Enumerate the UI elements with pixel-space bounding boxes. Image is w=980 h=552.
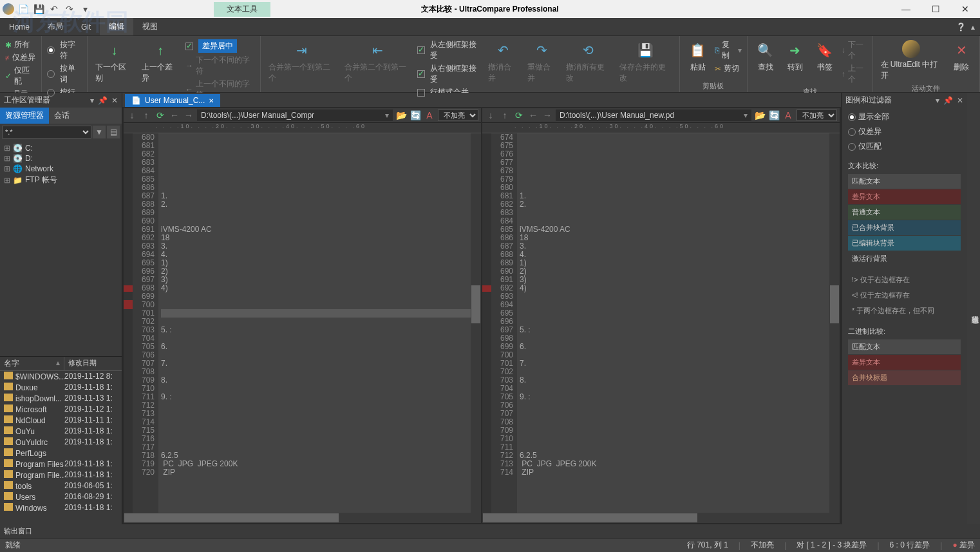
tab-git[interactable]: Git <box>72 18 100 35</box>
goto-button[interactable]: ➜转到 <box>782 39 808 74</box>
accept-right[interactable]: 从右侧框架接受 <box>417 62 482 86</box>
document-tab[interactable]: 📄 User Manual_C... ✕ <box>125 94 220 107</box>
open-in-ultraedit[interactable]: 在 UltraEdit 中打开 <box>878 39 945 82</box>
tree-network[interactable]: ⊞🌐Network <box>4 164 118 174</box>
nav-back-icon[interactable]: ← <box>169 109 180 121</box>
right-sidebar[interactable]: 编译状态栏 <box>967 93 980 524</box>
copy-button[interactable]: ⎘复制▾ <box>715 39 742 62</box>
file-row[interactable]: NdCloud2019-11-11 1: <box>0 415 122 426</box>
qat-new-icon[interactable]: 📄 <box>17 3 30 15</box>
merge-undo[interactable]: ↶撤消合并 <box>485 39 520 85</box>
col-name[interactable]: 名字 ▴ <box>0 357 64 370</box>
minimap[interactable] <box>482 133 491 513</box>
right-vscroll[interactable] <box>829 133 840 513</box>
tab-layout[interactable]: 布局 <box>39 18 72 35</box>
tab-view[interactable]: 视图 <box>133 18 167 35</box>
highlight-char[interactable]: 按字符 <box>47 39 82 62</box>
close-button[interactable]: ✕ <box>950 0 980 18</box>
legend-diff-only[interactable]: 仅差异 <box>848 126 961 137</box>
show-match-only[interactable]: ✓仅匹配 <box>5 64 36 88</box>
highlight-word[interactable]: 按单词 <box>47 62 82 86</box>
maximize-button[interactable]: ☐ <box>921 0 950 18</box>
file-row[interactable]: OuYuIdrc2019-11-18 1: <box>0 437 122 448</box>
right-code[interactable]: 1. 2. iVMS-4200 AC 18 3. 4. 1) 2) 3) 4) … <box>517 133 829 513</box>
file-row[interactable]: ishopDownl...2019-11-13 1: <box>0 393 122 404</box>
file-row[interactable]: Program Files2019-11-18 1: <box>0 459 122 470</box>
tree-d-drive[interactable]: ⊞💽D: <box>4 153 118 164</box>
nav-up-icon[interactable]: ↑ <box>140 109 152 121</box>
merge-redo[interactable]: ↷重做合并 <box>525 39 560 85</box>
dropdown-icon[interactable]: ▾ <box>90 96 94 105</box>
legend-show-all[interactable]: 显示全部 <box>848 111 961 122</box>
tool-context-tab[interactable]: 文本工具 <box>214 2 270 17</box>
legend-match-only[interactable]: 仅匹配 <box>848 141 961 152</box>
left-hscroll[interactable] <box>124 513 481 523</box>
merge-1-to-2[interactable]: ⇥合并第一个到第二个 <box>266 39 338 85</box>
find-next[interactable]: ↓下一个 <box>842 39 867 62</box>
file-row[interactable]: Users2016-08-29 1: <box>0 491 122 502</box>
nav-refresh-icon[interactable]: ⟳ <box>155 109 166 121</box>
file-row[interactable]: OuYu2019-11-18 1: <box>0 426 122 437</box>
close-panel-icon[interactable]: ✕ <box>957 96 963 105</box>
text-icon[interactable]: A <box>782 109 794 121</box>
file-row[interactable]: Duxue2019-11-18 1: <box>0 382 122 393</box>
refresh-icon[interactable]: 🔄 <box>410 109 421 121</box>
show-all[interactable]: ✱所有 <box>5 39 36 51</box>
file-row[interactable]: $WINDOWS...2019-11-12 8: <box>0 371 122 382</box>
show-diff-only[interactable]: ≠仅差异 <box>5 52 36 64</box>
tree-c-drive[interactable]: ⊞💽C: <box>4 143 118 153</box>
file-row[interactable]: tools2019-06-05 1: <box>0 481 122 491</box>
tab-resource[interactable]: 资源管理器 <box>0 108 49 124</box>
find-prev[interactable]: ↑上一个 <box>842 62 867 86</box>
bookmark-button[interactable]: 🔖书签 <box>812 39 838 74</box>
file-row[interactable]: Windows2019-11-18 1: <box>0 502 122 513</box>
cut-button[interactable]: ✂剪切 <box>715 62 742 75</box>
tab-edit[interactable]: 编辑 <box>100 18 133 35</box>
open-folder-icon[interactable]: 📂 <box>754 109 766 121</box>
left-code[interactable]: 1. 2. iVMS-4200 AC 18 3. 4. 1) 2) 3) 4) … <box>158 133 471 513</box>
file-row[interactable]: PerfLogs <box>0 448 122 459</box>
right-highlight-select[interactable]: 不加亮 <box>796 109 837 121</box>
nav-down-icon[interactable]: ↓ <box>126 109 138 121</box>
qat-undo-icon[interactable]: ↶ <box>48 3 61 15</box>
help-icon[interactable]: ❔ <box>956 23 966 32</box>
open-folder-icon[interactable]: 📂 <box>395 109 407 121</box>
left-highlight-select[interactable]: 不加亮 <box>438 109 478 121</box>
prev-diff-block[interactable]: ↓下一个区别 <box>93 39 135 85</box>
minimap[interactable] <box>124 133 133 513</box>
dropdown-icon[interactable]: ▾ <box>936 96 939 105</box>
merge-undo-all[interactable]: ⟲撤消所有更改 <box>563 39 613 85</box>
refresh-icon[interactable]: 🔄 <box>768 109 780 121</box>
right-path[interactable]: D:\tools\(...)\User Manual_new.pd▾ <box>556 109 751 121</box>
left-path[interactable]: D:\tools\(...)\User Manual_Compr▾ <box>197 109 393 121</box>
accept-left[interactable]: 从左侧框架接受 <box>417 39 482 62</box>
paste-button[interactable]: 📋粘贴 <box>685 39 711 74</box>
right-hscroll[interactable] <box>482 513 840 523</box>
pin-icon[interactable]: 📌 <box>943 96 953 105</box>
file-row[interactable]: Program File...2019-11-18 1: <box>0 470 122 481</box>
nav-up-icon[interactable]: ↑ <box>499 109 511 121</box>
filter-icon[interactable]: ▼ <box>93 126 106 138</box>
tab-session[interactable]: 会话 <box>49 108 75 124</box>
tree-ftp[interactable]: ⊞📁FTP 帐号 <box>4 174 118 186</box>
nav-fwd-icon[interactable]: → <box>183 109 194 121</box>
close-tab-icon[interactable]: ✕ <box>209 97 214 104</box>
pin-icon[interactable]: 📌 <box>98 96 108 105</box>
nav-fwd-icon[interactable]: → <box>542 109 553 121</box>
list-view-icon[interactable]: ▤ <box>107 126 120 138</box>
nav-down-icon[interactable]: ↓ <box>485 109 496 121</box>
collapse-ribbon-icon[interactable]: ▴ <box>971 23 975 32</box>
next-diff-char[interactable]: →下一个不同的字符 <box>185 54 255 77</box>
delete-file[interactable]: ✕删除 <box>948 39 974 74</box>
nav-back-icon[interactable]: ← <box>527 109 539 121</box>
close-panel-icon[interactable]: ✕ <box>111 96 118 105</box>
tab-home[interactable]: Home <box>0 18 39 35</box>
find-button[interactable]: 🔍查找 <box>753 39 778 74</box>
nav-refresh-icon[interactable]: ⟳ <box>513 109 525 121</box>
qat-redo-icon[interactable]: ↷ <box>63 3 76 15</box>
file-filter[interactable]: *.* <box>2 126 91 138</box>
left-vscroll[interactable] <box>471 133 481 513</box>
merge-2-to-1[interactable]: ⇤合并第二个到第一个 <box>342 39 414 85</box>
qat-save-icon[interactable]: 💾 <box>32 3 45 15</box>
merge-save[interactable]: 💾保存合并的更改 <box>617 39 674 85</box>
